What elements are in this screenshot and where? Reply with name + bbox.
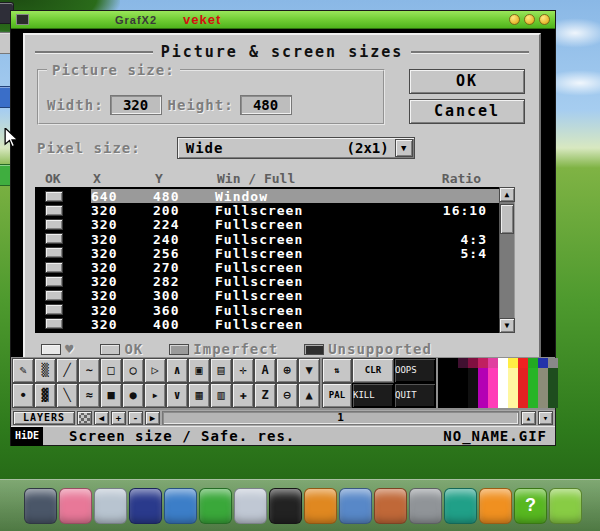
pipette-tool[interactable]: ▼ <box>298 358 320 383</box>
grid-tool[interactable]: ▥ <box>210 383 232 408</box>
palette-color-strip[interactable] <box>518 368 528 408</box>
palette-color-strip[interactable] <box>478 368 488 408</box>
text-tool[interactable]: A <box>254 358 276 383</box>
replace-tool[interactable]: ▦ <box>188 383 210 408</box>
dock-penguin[interactable] <box>269 488 302 524</box>
flip-brush-tool[interactable]: Z <box>254 383 276 408</box>
k-line-tool[interactable]: ╲ <box>56 383 78 408</box>
scroll-up-button[interactable]: ▲ <box>499 187 515 202</box>
palette-color-strip[interactable] <box>468 368 478 408</box>
ok-button[interactable]: OK <box>409 69 525 94</box>
dropdown-arrow-icon[interactable]: ▼ <box>395 139 413 157</box>
dock-computer[interactable] <box>24 488 57 524</box>
quit-button[interactable]: QUIT <box>394 383 436 408</box>
list-scrollbar[interactable]: ▲ ▼ <box>499 187 515 333</box>
zoom-tool[interactable]: ⊕ <box>276 358 298 383</box>
palette-color-cell[interactable] <box>498 358 508 368</box>
line-tool[interactable]: ╱ <box>56 358 78 383</box>
scrollbar-thumb[interactable] <box>500 204 514 234</box>
palette-color-strip[interactable] <box>528 368 538 408</box>
palette-color-cell[interactable] <box>478 358 488 368</box>
dock-cd[interactable] <box>234 488 267 524</box>
list-row[interactable]: 320240Fullscreen4:3 <box>35 232 499 246</box>
clear-button[interactable]: CLR <box>352 358 394 383</box>
width-field[interactable]: 320 <box>110 95 162 115</box>
dock-paint[interactable] <box>59 488 92 524</box>
layers-button[interactable]: LAYERS <box>13 411 75 425</box>
list-row[interactable]: 320256Fullscreen5:4 <box>35 246 499 260</box>
filled-rect-tool[interactable]: ■ <box>100 383 122 408</box>
hide-button[interactable]: HiDE <box>11 427 43 446</box>
palette-color-strip[interactable] <box>488 368 498 408</box>
list-row[interactable]: 320300Fullscreen <box>35 288 499 302</box>
dock-fruit[interactable] <box>479 488 512 524</box>
list-row[interactable]: 320224Fullscreen <box>35 217 499 231</box>
dock-package[interactable] <box>304 488 337 524</box>
palette-color-cell[interactable] <box>548 358 558 368</box>
dock-files[interactable] <box>94 488 127 524</box>
palette-color-cell[interactable] <box>518 358 528 368</box>
add-layer-button[interactable]: + <box>111 411 126 425</box>
palette-color-strip[interactable] <box>538 368 548 408</box>
palette-color-cell[interactable] <box>538 358 548 368</box>
row-checkbox[interactable] <box>45 304 63 315</box>
row-checkbox[interactable] <box>45 219 63 230</box>
layer-up-button[interactable]: ▴ <box>521 411 536 425</box>
empty-rect-tool[interactable]: □ <box>100 358 122 383</box>
window-menu-icon[interactable] <box>16 14 29 25</box>
fill-tool[interactable]: ▣ <box>188 358 210 383</box>
cancel-button[interactable]: Cancel <box>409 99 525 124</box>
row-checkbox[interactable] <box>45 247 63 258</box>
layer-down-button[interactable]: ▾ <box>538 411 553 425</box>
curve-tool[interactable]: ∼ <box>78 358 100 383</box>
settings-tool[interactable]: ▲ <box>298 383 320 408</box>
dock-globe[interactable] <box>164 488 197 524</box>
palette-color-cell[interactable] <box>528 358 538 368</box>
dock-tools[interactable] <box>409 488 442 524</box>
list-row[interactable]: 320400Fullscreen <box>35 317 499 331</box>
empty-circle-tool[interactable]: ○ <box>122 358 144 383</box>
spray-tool[interactable]: ▒ <box>34 358 56 383</box>
kill-button[interactable]: KILL <box>352 383 394 408</box>
dock-network[interactable] <box>444 488 477 524</box>
maximize-button[interactable] <box>524 14 535 25</box>
filled-polygon-tool[interactable]: ▸ <box>144 383 166 408</box>
first-layer-button[interactable]: ◀ <box>94 411 109 425</box>
list-row[interactable]: 320282Fullscreen <box>35 274 499 288</box>
dock-leaf[interactable] <box>549 488 582 524</box>
grab-brush-tool[interactable]: ✛ <box>232 358 254 383</box>
titlebar[interactable]: GrafX2 veket <box>11 11 555 29</box>
polyline-tool[interactable]: ∧ <box>166 358 188 383</box>
scroll-down-button[interactable]: ▼ <box>499 318 515 333</box>
layer-number-field[interactable]: 1 <box>162 411 519 425</box>
row-checkbox[interactable] <box>45 205 63 216</box>
pixel-size-dropdown[interactable]: Wide (2x1) ▼ <box>177 137 415 159</box>
minimize-button[interactable] <box>509 14 520 25</box>
close-button[interactable] <box>539 14 550 25</box>
effects-tool[interactable]: ✚ <box>232 383 254 408</box>
airbrush-tool[interactable]: ▓ <box>34 383 56 408</box>
list-row[interactable]: 320200Fullscreen16:10 <box>35 203 499 217</box>
palette-color-cell[interactable] <box>468 358 478 368</box>
list-row[interactable]: 640480Window <box>35 189 499 203</box>
height-field[interactable]: 480 <box>240 95 292 115</box>
row-checkbox[interactable] <box>45 290 63 301</box>
row-checkbox[interactable] <box>45 191 63 202</box>
bezier-tool[interactable]: ≈ <box>78 383 100 408</box>
row-checkbox[interactable] <box>45 262 63 273</box>
shrink-tool[interactable]: ⊖ <box>276 383 298 408</box>
swap-screen-button[interactable]: ⇅ <box>322 358 352 383</box>
palette-button[interactable]: PAL <box>322 383 352 408</box>
remove-layer-button[interactable]: - <box>128 411 143 425</box>
row-checkbox[interactable] <box>45 233 63 244</box>
row-checkbox[interactable] <box>45 276 63 287</box>
dot-tool[interactable]: ∙ <box>12 383 34 408</box>
dock-chat[interactable] <box>199 488 232 524</box>
list-row[interactable]: 320270Fullscreen <box>35 260 499 274</box>
polygon-tool[interactable]: ▷ <box>144 358 166 383</box>
dock-palette[interactable] <box>374 488 407 524</box>
dock-pictures[interactable] <box>339 488 372 524</box>
filled-poly-tool[interactable]: ∨ <box>166 383 188 408</box>
oops-button[interactable]: OOPS <box>394 358 436 383</box>
dock-help[interactable]: ? <box>514 488 547 524</box>
